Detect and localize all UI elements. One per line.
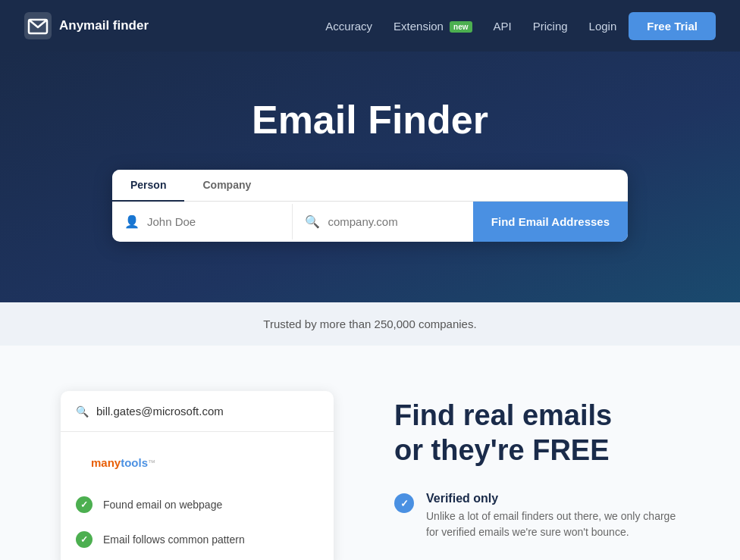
login-link[interactable]: Login	[589, 20, 617, 33]
navigation: Anymail finder Accuracy Extension new AP…	[0, 0, 740, 52]
logo[interactable]: Anymail finder	[24, 12, 149, 39]
result-found-text: Found email on webpage	[103, 499, 222, 511]
person-input[interactable]	[147, 215, 280, 228]
nav-extension[interactable]: Extension new	[394, 20, 472, 33]
feature-heading: Verified only	[426, 492, 679, 505]
demo-results: manytools™ Found email on webpage Email …	[61, 432, 334, 560]
find-title: Find real emails or they're FREE	[394, 399, 679, 468]
nav-pricing[interactable]: Pricing	[533, 20, 568, 33]
find-button[interactable]: Find Email Addresses	[473, 202, 628, 242]
feature-text: Verified only Unlike a lot of email find…	[426, 492, 679, 540]
result-pattern-text: Email follows common pattern	[103, 533, 245, 546]
lower-section: 🔍 bill.gates@microsoft.com manytools™ Fo…	[0, 346, 740, 560]
search-fields: 👤 🔍 Find Email Addresses	[112, 202, 628, 242]
tab-person[interactable]: Person	[112, 170, 184, 202]
search-icon: 🔍	[305, 214, 320, 229]
feature-description: Unlike a lot of email finders out there,…	[426, 508, 679, 540]
nav-accuracy[interactable]: Accuracy	[325, 20, 372, 33]
demo-result-pattern: Email follows common pattern	[61, 522, 334, 557]
demo-search-row: 🔍 bill.gates@microsoft.com	[61, 391, 334, 432]
tab-company[interactable]: Company	[184, 170, 269, 202]
logo-text: Anymail finder	[59, 18, 149, 33]
free-trial-button[interactable]: Free Trial	[629, 12, 716, 40]
manytools-logo: manytools™	[76, 453, 171, 478]
search-tabs: Person Company	[112, 170, 628, 202]
hero-title: Email Finder	[24, 97, 716, 142]
check-icon-2	[76, 531, 92, 548]
demo-email: bill.gates@microsoft.com	[96, 405, 224, 418]
demo-result-1: manytools™	[61, 444, 334, 487]
logo-icon	[24, 12, 52, 39]
person-field: 👤	[112, 204, 293, 239]
trust-bar: Trusted by more than 250,000 companies.	[0, 302, 740, 346]
nav-api[interactable]: API	[494, 20, 512, 33]
feature-check-icon	[394, 493, 414, 513]
check-icon-1	[76, 496, 92, 513]
demo-search-icon: 🔍	[76, 405, 89, 418]
company-field: 🔍	[293, 204, 472, 239]
hero-section: Email Finder Person Company 👤 🔍 Find Ema…	[0, 52, 740, 302]
right-content: Find real emails or they're FREE Verifie…	[394, 391, 679, 555]
search-container: Person Company 👤 🔍 Find Email Addresses	[112, 170, 628, 242]
company-input[interactable]	[328, 215, 460, 228]
person-icon: 👤	[124, 214, 140, 229]
extension-badge: new	[450, 21, 472, 33]
feature-verified: Verified only Unlike a lot of email find…	[394, 492, 679, 540]
trust-text: Trusted by more than 250,000 companies.	[263, 318, 476, 330]
nav-links: Accuracy Extension new API Pricing	[325, 20, 567, 33]
demo-card: 🔍 bill.gates@microsoft.com manytools™ Fo…	[61, 391, 334, 560]
demo-result-found: Found email on webpage	[61, 487, 334, 522]
